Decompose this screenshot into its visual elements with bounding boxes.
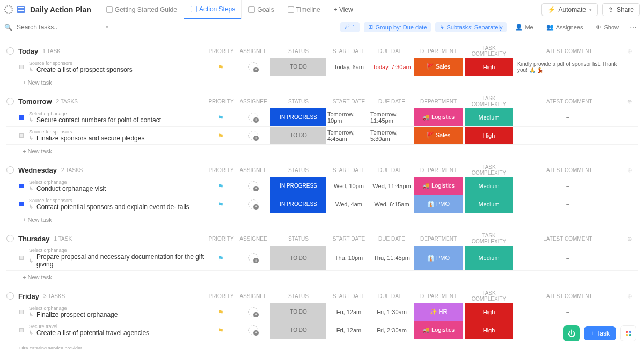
due-cell[interactable]: Fri, 2:30am [370,321,413,339]
assignee-cell[interactable] [237,108,269,126]
new-task-link[interactable]: + New task [6,271,638,280]
priority-cell[interactable] [205,127,237,144]
comment-cell[interactable]: Kindly provide a pdf of sponsor list. Th… [514,58,621,76]
complexity-cell[interactable]: Medium [465,177,513,195]
start-cell[interactable]: Today, 6am [327,58,370,76]
new-task-link[interactable]: + New task [6,213,638,223]
automate-button[interactable]: ⚡Automate▾ [541,3,598,16]
subtasks-pill[interactable]: ↳Subtasks: Separately [435,22,507,32]
dept-cell[interactable]: 🚩 Sales [414,58,463,76]
dept-cell[interactable]: 👔 PMO [414,246,463,270]
status-cell[interactable]: TO DO [270,58,326,76]
groupby-pill[interactable]: ⊞Group by: Due date [364,22,431,32]
start-cell[interactable]: Tomorrow, 10pm [327,108,370,126]
filter-count[interactable]: ☄1 [340,22,360,32]
status-cell[interactable]: IN PROGRESS [270,195,326,213]
share-button[interactable]: ⇪Share [602,3,640,16]
task-row[interactable]: Source for sponsors ↳Create a list of pr… [6,58,638,76]
dept-cell[interactable]: ✨ HR [414,303,463,321]
task-row[interactable]: Source for sponsors ↳Contact potential s… [6,195,638,213]
task-row[interactable]: Select orphanage ↳Secure contact numbers… [6,108,638,127]
comment-cell[interactable]: – [514,195,621,213]
due-cell[interactable]: Tomorrow, 11:45pm [370,108,413,126]
assignees-pill[interactable]: 👥Assignees [542,22,588,32]
timer-fab[interactable]: ⏻ [564,325,580,341]
complexity-cell[interactable]: High [465,321,513,339]
status-square-icon[interactable] [19,65,24,69]
dept-cell[interactable]: 🚚 Logistics [414,108,463,126]
due-cell[interactable]: Wed, 6:15am [370,195,413,213]
assignee-cell[interactable] [237,177,269,195]
show-pill[interactable]: 👁Show [591,23,623,32]
dept-cell[interactable]: 🚚 Logistics [414,321,463,339]
collapse-icon[interactable] [6,235,14,242]
collapse-icon[interactable] [6,98,14,105]
assignee-cell[interactable] [237,195,269,213]
priority-cell[interactable] [205,177,237,195]
add-column-icon[interactable]: ⊕ [621,236,638,242]
priority-cell[interactable] [205,303,237,321]
more-icon[interactable]: ⋯ [627,23,640,32]
start-cell[interactable]: Wed, 4am [327,195,370,213]
complexity-cell[interactable]: Medium [465,246,513,270]
status-cell[interactable]: TO DO [270,303,326,321]
status-square-icon[interactable] [19,133,24,138]
assignee-cell[interactable] [237,246,269,270]
task-row[interactable]: Select orphanage ↳Prepare proposal and n… [6,246,638,271]
comment-cell[interactable]: – [514,127,621,144]
status-square-icon[interactable] [19,328,24,332]
complexity-cell[interactable]: Medium [465,195,513,213]
add-column-icon[interactable]: ⊕ [621,293,638,299]
dept-cell[interactable]: 🚩 Sales [414,127,463,144]
collapse-icon[interactable] [6,292,14,300]
status-cell[interactable]: TO DO [270,246,326,270]
collapse-icon[interactable] [6,47,14,55]
assignee-cell[interactable] [237,58,269,76]
status-square-icon[interactable] [19,184,24,188]
comment-cell[interactable]: – [514,303,621,321]
task-row[interactable]: Hire catering service provider [6,339,638,349]
status-cell[interactable]: IN PROGRESS [270,108,326,126]
comment-cell[interactable]: – [514,108,621,126]
new-task-link[interactable]: + New task [6,145,638,154]
complexity-cell[interactable]: High [465,58,513,76]
due-cell[interactable]: Fri, 1:30am [370,303,413,321]
assignee-cell[interactable] [237,127,269,144]
add-view-button[interactable]: + View [327,0,360,19]
task-row[interactable]: Select orphanage ↳Finalize prospect orph… [6,303,638,321]
add-column-icon[interactable]: ⊕ [621,48,638,54]
add-column-icon[interactable]: ⊕ [621,99,638,105]
status-cell[interactable]: TO DO [270,127,326,144]
dept-cell[interactable]: 👔 PMO [414,195,463,213]
task-row[interactable]: Select orphanage ↳Conduct orphanage visi… [6,177,638,195]
apps-fab[interactable] [620,325,636,341]
start-cell[interactable]: Wed, 10pm [327,177,370,195]
complexity-cell[interactable]: Medium [465,108,513,126]
new-task-fab[interactable]: +Task [584,326,616,340]
new-task-link[interactable]: + New task [6,76,638,86]
tab-goals[interactable]: Goals [241,0,280,19]
priority-cell[interactable] [205,108,237,126]
chevron-down-icon[interactable]: ▾ [101,24,113,30]
complexity-cell[interactable]: High [465,303,513,321]
search-input[interactable] [17,24,97,31]
assignee-cell[interactable] [237,303,269,321]
comment-cell[interactable]: – [514,177,621,195]
complexity-cell[interactable]: High [465,127,513,144]
add-column-icon[interactable]: ⊕ [621,167,638,173]
due-cell[interactable]: Wed, 11:45pm [370,177,413,195]
due-cell[interactable]: Today, 7:30am [370,58,413,76]
collapse-icon[interactable] [6,166,14,174]
dept-cell[interactable]: 🚚 Logistics [414,177,463,195]
start-cell[interactable]: Thu, 10pm [327,246,370,270]
tab-getting-started[interactable]: Getting Started Guide [100,0,184,19]
status-square-icon[interactable] [19,256,24,260]
tab-timeline[interactable]: Timeline [281,0,327,19]
comment-cell[interactable]: – [514,246,621,270]
status-square-icon[interactable] [19,202,24,206]
priority-cell[interactable] [205,195,237,213]
task-row[interactable]: Secure travel ↳Create a list of potentia… [6,321,638,339]
status-square-icon[interactable] [19,310,24,314]
status-square-icon[interactable] [19,115,24,120]
due-cell[interactable]: Tomorrow, 5:30am [370,127,413,144]
